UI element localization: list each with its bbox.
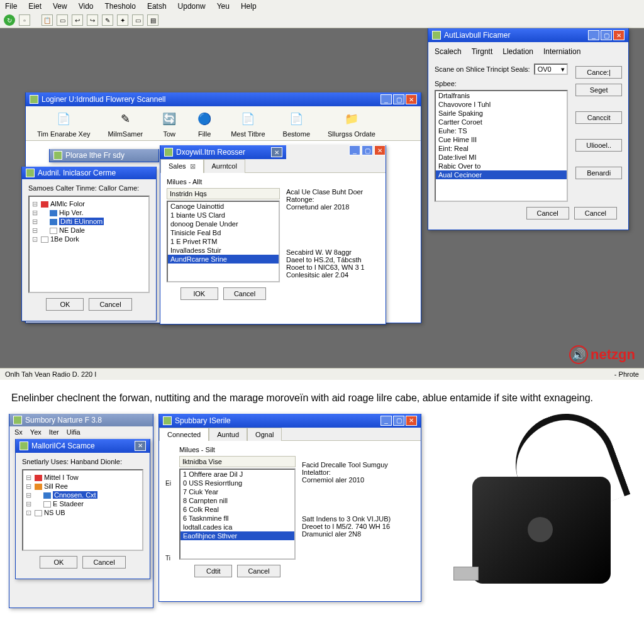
- list-item[interactable]: lodtall.cades ica: [180, 523, 294, 531]
- list-item[interactable]: Eint: Real: [436, 144, 567, 153]
- list-item[interactable]: 8 Carnpten nill: [180, 496, 294, 505]
- tab-tirgntt[interactable]: Tirgntt: [472, 47, 493, 56]
- tool-btn-7[interactable]: ✦: [117, 14, 128, 26]
- maximize-icon[interactable]: ▢: [362, 145, 373, 155]
- list-item[interactable]: donoog Denale Under: [168, 219, 279, 228]
- close-icon[interactable]: ✕: [374, 145, 386, 155]
- list-item[interactable]: 6 Tasknmine fll: [180, 514, 294, 523]
- menu-updonw[interactable]: Updonw: [178, 2, 206, 11]
- minimize-icon[interactable]: _: [380, 94, 392, 104]
- minimize-icon[interactable]: _: [380, 416, 392, 426]
- list-item[interactable]: Cartter Coroet: [436, 118, 567, 126]
- dxoy-list[interactable]: Canoge Uainottid 1 biante US Clard donoo…: [167, 201, 280, 282]
- benardi-button[interactable]: Benardi: [575, 167, 622, 179]
- list-item[interactable]: Date:livel MI: [436, 153, 567, 162]
- close-icon[interactable]: ✕: [135, 441, 146, 451]
- ribbon-tim[interactable]: 📄Tim Enarabe Xey: [37, 110, 91, 138]
- seget-button[interactable]: Seget: [575, 84, 622, 96]
- list-item[interactable]: Tinisicle Feal Bd: [168, 228, 279, 237]
- ribbon-sllurgs[interactable]: 📁Sllurgss Ordate: [328, 110, 375, 138]
- tab-close-icon[interactable]: ⊠: [190, 162, 196, 170]
- ok-button[interactable]: OK: [46, 298, 84, 311]
- maximize-icon[interactable]: ▢: [601, 30, 612, 40]
- tab-ognal[interactable]: Ognal: [247, 428, 282, 441]
- ribbon-mest[interactable]: 📄Mest Titbre: [231, 110, 265, 138]
- menu-file[interactable]: File: [5, 2, 17, 11]
- menu-eiet[interactable]: Eiet: [28, 2, 42, 11]
- list-item[interactable]: 1 E Privet RTM: [168, 237, 279, 246]
- tool-btn-9[interactable]: ▤: [147, 14, 158, 26]
- list-item-sel[interactable]: Eaofihjnce Sthver: [180, 531, 294, 540]
- tool-btn-6[interactable]: ✎: [102, 14, 113, 26]
- list-item[interactable]: 1 Ohffere arae Dil J: [180, 470, 294, 479]
- list-item[interactable]: 6 Colk Real: [180, 505, 294, 514]
- list-item[interactable]: 1 biante US Clard: [168, 211, 279, 219]
- list-item[interactable]: Drtalfranis: [436, 91, 567, 100]
- seals-dropdown[interactable]: OV0: [534, 64, 569, 75]
- close-icon[interactable]: ✕: [406, 416, 417, 426]
- cancel-button[interactable]: Cancel: [82, 556, 125, 569]
- cdtit-button[interactable]: Cdtit: [194, 565, 232, 577]
- ok-button[interactable]: lOK: [180, 287, 218, 300]
- list-item-sel[interactable]: Aual Cecinoer: [436, 170, 567, 179]
- tree-sel[interactable]: Difti EUinnom: [59, 218, 104, 225]
- tree-sel[interactable]: Cnnosen. Cxt: [53, 491, 97, 499]
- list-item[interactable]: Rabic Over to: [436, 162, 567, 170]
- list-item-sel[interactable]: AundRcarne Srine: [168, 255, 279, 264]
- ribbon-milm[interactable]: ✎MilmSamer: [108, 110, 143, 138]
- uliooel-button[interactable]: Uliooel..: [575, 139, 622, 152]
- document-icon: 📄: [55, 110, 72, 128]
- cancel-button[interactable]: Cancel: [237, 565, 280, 577]
- tab-lledation[interactable]: Lledation: [502, 47, 533, 56]
- ficamer-list[interactable]: Drtalfranis Chavovore I Tuhl Sairle Spak…: [435, 90, 568, 202]
- menu-thesholo[interactable]: Thesholo: [105, 2, 136, 11]
- minimize-icon[interactable]: _: [588, 30, 599, 40]
- ribbon-tow[interactable]: 🔄Tow: [160, 110, 178, 138]
- malloril-tree[interactable]: Mittel I Tow Sill Ree Cnnosen. Cxt E Sta…: [22, 469, 143, 551]
- list-item[interactable]: Canoge Uainottid: [168, 202, 279, 211]
- close-icon[interactable]: ✕: [271, 147, 282, 157]
- canccit-button[interactable]: Canccit: [575, 111, 622, 124]
- ribbon-fille[interactable]: 🔵Fille: [196, 110, 213, 138]
- close-icon[interactable]: ✕: [613, 30, 625, 40]
- ribbon-bestome[interactable]: 📄Bestome: [283, 110, 310, 138]
- audnil-tree[interactable]: AlMlc Folor Hip Ver. Difti EUinnom NE Da…: [28, 196, 150, 293]
- spubbary-list[interactable]: 1 Ohffere arae Dil J 0 USS Resiorrtlung …: [179, 469, 296, 560]
- cancel-button[interactable]: Cancel: [526, 207, 569, 219]
- list-item[interactable]: Chavovore I Tuhl: [436, 100, 567, 109]
- list-item[interactable]: 7 Ciuk Year: [180, 487, 294, 496]
- maximize-icon[interactable]: ▢: [393, 416, 404, 426]
- tab-interniation[interactable]: Interniation: [543, 47, 580, 56]
- cancel-button-2[interactable]: Cancel: [574, 207, 617, 219]
- list-item[interactable]: Sairle Spaking: [436, 109, 567, 118]
- tool-btn-1[interactable]: ▫: [19, 14, 30, 26]
- tab-sales[interactable]: Sales⊠: [160, 159, 204, 173]
- tool-btn-2[interactable]: 📋: [42, 14, 53, 26]
- list-item[interactable]: Invalladess Stuir: [168, 246, 279, 255]
- tool-btn-4[interactable]: ↩: [72, 14, 83, 26]
- tool-btn-5[interactable]: ↪: [87, 14, 98, 26]
- tab-aurntcol[interactable]: Aurntcol: [204, 159, 245, 173]
- cancel-button[interactable]: Cancel: [223, 287, 266, 300]
- tab-scalech[interactable]: Scalech: [435, 47, 462, 56]
- new-doc-icon: 📄: [239, 110, 257, 128]
- menu-vido[interactable]: Vido: [79, 2, 94, 11]
- tool-btn-3[interactable]: ▭: [57, 14, 68, 26]
- menu-you[interactable]: Yeu: [217, 2, 230, 11]
- menu-help[interactable]: Help: [241, 2, 257, 11]
- list-item[interactable]: 0 USS Resiorrtlung: [180, 479, 294, 487]
- ok-button[interactable]: OK: [40, 556, 77, 569]
- refresh-icon[interactable]: ↻: [4, 14, 15, 26]
- menu-vew[interactable]: Vew: [53, 2, 67, 11]
- list-item[interactable]: Euhe: TS: [436, 126, 567, 135]
- tab-auntud[interactable]: Auntud: [209, 428, 247, 441]
- list-item[interactable]: Cue Hime III: [436, 135, 567, 144]
- minimize-icon[interactable]: _: [349, 145, 360, 155]
- maximize-icon[interactable]: ▢: [393, 94, 404, 104]
- tool-btn-8[interactable]: ▭: [132, 14, 143, 26]
- menu-eatsh[interactable]: Eatsh: [147, 2, 167, 11]
- tab-connected[interactable]: Connected: [159, 428, 209, 441]
- cancel-button[interactable]: Cancel: [89, 298, 131, 311]
- cance-button[interactable]: Cance:|: [575, 66, 622, 79]
- close-icon[interactable]: ✕: [406, 94, 417, 104]
